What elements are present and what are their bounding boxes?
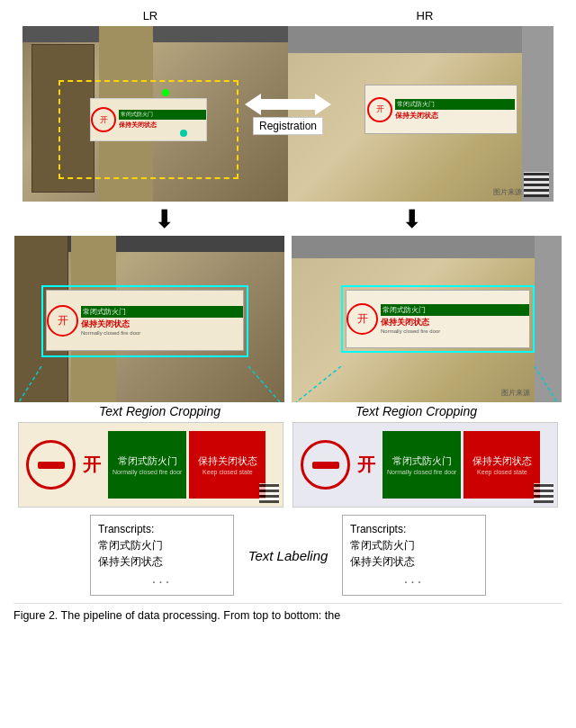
lr-red-sub: Keep closed state (202, 469, 253, 475)
transcript1-line1: 常闭式防火门 (98, 537, 226, 553)
hr-no-entry-bar (312, 462, 339, 469)
figure-caption: Figure 2. The pipeline of data processin… (14, 603, 562, 628)
transcript-box-1: Transcripts: 常闭式防火门 保持关闭状态 ... (90, 515, 234, 596)
lr-sign-small: 开 常闭式防火门 保持关闭状态 (90, 98, 207, 141)
text-labeling-label: Text Labeling (238, 548, 338, 563)
lr-ceiling (22, 26, 288, 42)
registration-label: Registration (253, 117, 323, 135)
lr-green-sub: Normally closed fire door (112, 469, 182, 475)
transcript2-line1: 常闭式防火门 (350, 537, 478, 553)
lr-open-char: 开 (80, 453, 104, 477)
transcript-box-2: Transcripts: 常闭式防火门 保持关闭状态 ... (342, 515, 486, 596)
transcript2-title: Transcripts: (350, 521, 478, 537)
registration-area: Registration (245, 94, 331, 135)
teal-dot (180, 130, 187, 137)
lr-cyan-box (41, 285, 248, 357)
lr-red-block: 保持关闭状态 Keep closed state (189, 431, 266, 499)
hr-no-entry (301, 440, 350, 490)
transcript1-ellipsis: ... (98, 568, 226, 589)
transcript1-title: Transcripts: (98, 521, 226, 537)
arrow-line (261, 99, 315, 110)
trc-labels-row: Text Region Cropping Text Region Croppin… (14, 404, 562, 418)
lr-green-block: 常闭式防火门 Normally closed fire door (108, 431, 186, 499)
down-arrow-right: ⬇ (401, 207, 422, 232)
hr-sign-green-text: 常闭式防火门 (395, 99, 515, 110)
hr-sign-text-group: 常闭式防火门 保持关闭状态 (395, 99, 515, 121)
hr-small-label: 图片来源 (493, 187, 522, 197)
row2-cropped: 开 常闭式防火门 保持关闭状态 Normally closed fire doo… (14, 236, 562, 402)
qr-code-hr (524, 172, 549, 197)
arrow-left (245, 94, 261, 115)
svg-line-2 (296, 366, 341, 402)
sign-text-group: 常闭式防火门 保持关闭状态 (119, 110, 206, 130)
hr-red-sub: Keep closed state (477, 469, 527, 475)
svg-line-3 (535, 366, 557, 402)
arrow-right (315, 94, 331, 115)
svg-line-0 (19, 366, 41, 402)
svg-line-1 (248, 366, 280, 402)
hr-cropped-image: 开 常闭式防火门 保持关闭状态 Normally closed fire doo… (292, 236, 562, 402)
down-arrow-left: ⬇ (154, 207, 175, 232)
transcripts-row: Transcripts: 常闭式防火门 保持关闭状态 ... Text Labe… (14, 515, 562, 596)
hr-sign-open-icon: 开 (367, 97, 392, 122)
sign-green-text: 常闭式防火门 (119, 110, 206, 120)
hr-shelf-top (288, 26, 554, 53)
row1-images: 开 常闭式防火门 保持关闭状态 Registration (14, 26, 562, 202)
trc-label-right: Text Region Cropping (291, 404, 543, 418)
down-arrows-row: ⬇ ⬇ (14, 207, 562, 232)
lr-cropped-image: 开 常闭式防火门 保持关闭状态 Normally closed fire doo… (14, 236, 284, 402)
hr-strip-text: 常闭式防火门 Normally closed fire door 保持关闭状态 … (382, 427, 550, 502)
lr-dashed-lines (14, 366, 284, 402)
lr-no-entry (26, 440, 76, 490)
hr-sign-strip: 开 常闭式防火门 Normally closed fire door 保持关闭状… (292, 422, 558, 508)
hr-green-sub: Normally closed fire door (387, 469, 456, 475)
hr-crop-top (292, 236, 562, 258)
hr-strip-qr (534, 483, 554, 503)
hr-green-block: 常闭式防火门 Normally closed fire door (382, 431, 461, 499)
hr-sign-small: 开 常闭式防火门 保持关闭状态 (364, 85, 518, 134)
sign-strips-row: 开 常闭式防火门 Normally closed fire door 保持关闭状… (14, 422, 562, 508)
top-labels: LR HR (14, 9, 562, 22)
hr-open-char: 开 (355, 453, 378, 477)
lr-strip-qr (259, 483, 279, 503)
lr-no-entry-bar (38, 462, 65, 469)
lr-strip-text: 常闭式防火门 Normally closed fire door 保持关闭状态 … (108, 427, 275, 502)
bidirectional-arrow (245, 94, 331, 115)
transcript2-ellipsis: ... (350, 568, 478, 589)
lr-sign-strip: 开 常闭式防火门 Normally closed fire door 保持关闭状… (18, 422, 284, 508)
lr-label: LR (143, 9, 158, 22)
hr-cyan-box (341, 285, 535, 353)
sign-red-text: 保持关闭状态 (119, 121, 206, 130)
trc-label-left: Text Region Cropping (34, 404, 286, 418)
sign-open-icon: 开 (91, 107, 116, 132)
hr-dashed-lines (292, 366, 562, 402)
hr-red-block: 保持关闭状态 Keep closed state (464, 431, 540, 499)
hr-label: HR (417, 9, 434, 22)
hr-sign-red-text: 保持关闭状态 (395, 111, 515, 121)
green-dot (162, 89, 169, 96)
main-container: LR HR 开 常闭式防火门 保持关闭状态 (0, 0, 576, 637)
